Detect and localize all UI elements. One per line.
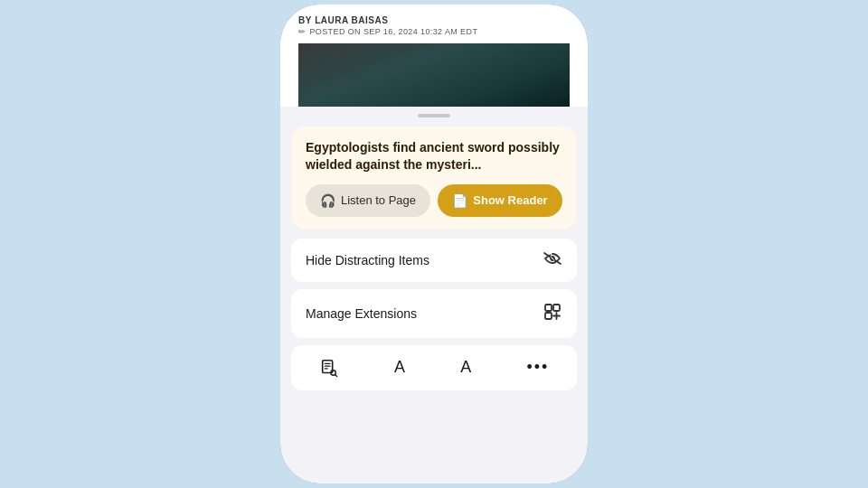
eye-slash-icon <box>542 251 562 269</box>
show-reader-label: Show Reader <box>473 193 547 207</box>
puzzle-piece-icon <box>542 302 562 325</box>
headphone-icon: 🎧 <box>320 193 335 208</box>
article-top: BY LAURA BAISAS ✏ POSTED ON SEP 16, 2024… <box>280 5 588 107</box>
more-options-icon: ••• <box>526 358 549 377</box>
listen-button-label: Listen to Page <box>341 193 416 207</box>
author-line: BY LAURA BAISAS <box>298 15 570 25</box>
posted-text: POSTED ON SEP 16, 2024 10:32 AM EDT <box>309 27 477 36</box>
author-name: LAURA BAISAS <box>315 15 388 25</box>
by-label: BY <box>298 15 312 25</box>
svg-rect-2 <box>553 305 560 311</box>
browser-content: BY LAURA BAISAS ✏ POSTED ON SEP 16, 2024… <box>280 5 588 483</box>
action-buttons: 🎧 Listen to Page 📄 Show Reader <box>306 184 562 217</box>
phone-container: BY LAURA BAISAS ✏ POSTED ON SEP 16, 2024… <box>280 5 588 483</box>
article-image <box>298 43 570 107</box>
pencil-icon: ✏ <box>298 27 306 36</box>
hide-distracting-items-row[interactable]: Hide Distracting Items <box>291 239 577 282</box>
drag-handle[interactable] <box>418 114 450 117</box>
svg-line-9 <box>335 375 337 377</box>
large-text-button[interactable]: A <box>453 354 478 380</box>
listen-to-page-button[interactable]: 🎧 Listen to Page <box>306 184 430 217</box>
svg-rect-1 <box>545 305 552 311</box>
svg-rect-3 <box>545 313 552 319</box>
reader-search-icon <box>319 358 339 378</box>
bottom-sheet: Egyptologists find ancient sword possibl… <box>280 107 588 483</box>
manage-extensions-label: Manage Extensions <box>306 306 417 321</box>
show-reader-button[interactable]: 📄 Show Reader <box>438 184 562 217</box>
hide-distracting-label: Hide Distracting Items <box>306 253 429 267</box>
book-icon: 📄 <box>452 193 467 208</box>
more-options-button[interactable]: ••• <box>519 354 556 380</box>
bottom-toolbar: A A ••• <box>291 345 577 390</box>
article-title: Egyptologists find ancient sword possibl… <box>306 139 562 174</box>
manage-extensions-row[interactable]: Manage Extensions <box>291 289 577 338</box>
small-a-label: A <box>394 358 405 377</box>
large-a-label: A <box>460 358 471 377</box>
posted-line: ✏ POSTED ON SEP 16, 2024 10:32 AM EDT <box>298 27 570 36</box>
reader-card: Egyptologists find ancient sword possibl… <box>291 127 577 230</box>
small-text-button[interactable]: A <box>387 354 412 380</box>
reader-search-button[interactable] <box>312 354 346 381</box>
